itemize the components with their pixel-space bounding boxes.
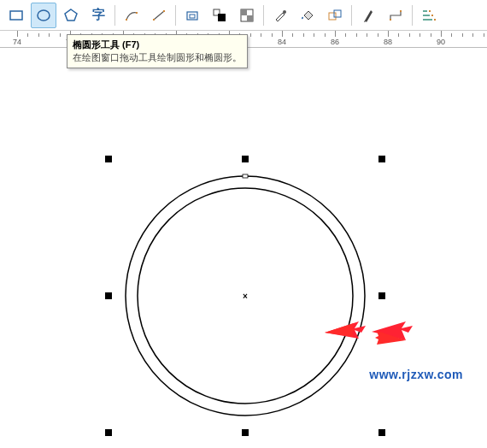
tooltip-description: 在绘图窗口拖动工具绘制圆形和椭圆形。 xyxy=(73,51,242,64)
svg-rect-22 xyxy=(429,10,431,12)
svg-rect-7 xyxy=(187,12,197,20)
svg-rect-6 xyxy=(163,10,165,12)
ruler-label: 90 xyxy=(437,38,445,46)
svg-rect-4 xyxy=(136,12,138,14)
top-node[interactable] xyxy=(243,174,248,178)
center-marker: × xyxy=(243,292,248,301)
svg-rect-24 xyxy=(434,19,436,21)
svg-rect-12 xyxy=(241,9,247,15)
text-tool[interactable]: 字 xyxy=(85,3,111,28)
eyedropper-tool[interactable] xyxy=(267,3,293,28)
bezier-tool[interactable] xyxy=(146,3,172,28)
svg-rect-21 xyxy=(423,19,432,21)
rectangle-tool[interactable] xyxy=(3,3,29,28)
selection-handle[interactable] xyxy=(242,156,249,162)
fill-tool[interactable] xyxy=(295,3,320,28)
svg-rect-16 xyxy=(334,10,341,17)
ruler-label: 84 xyxy=(278,38,286,46)
svg-rect-23 xyxy=(431,15,433,16)
toolbar-separator xyxy=(114,5,115,26)
outline-pen-tool[interactable] xyxy=(355,3,381,28)
toolbar-separator xyxy=(412,5,413,26)
ellipse-tool[interactable] xyxy=(31,3,56,28)
selection-handle[interactable] xyxy=(378,429,385,436)
selection-handle[interactable] xyxy=(105,429,112,436)
freehand-tool[interactable] xyxy=(119,3,144,28)
svg-rect-13 xyxy=(247,15,253,21)
selection-handle[interactable] xyxy=(378,156,385,162)
svg-rect-19 xyxy=(423,10,427,12)
ruler-label: 74 xyxy=(13,38,21,46)
toolbar-separator xyxy=(351,5,352,26)
polygon-tool[interactable] xyxy=(58,3,84,28)
svg-point-14 xyxy=(283,10,286,14)
shadow-tool[interactable] xyxy=(207,3,232,28)
drawing-canvas[interactable]: × www.rjzxw.com xyxy=(0,48,487,448)
connector-tool[interactable] xyxy=(383,3,408,28)
svg-rect-8 xyxy=(190,15,195,18)
svg-rect-0 xyxy=(10,11,22,20)
svg-rect-20 xyxy=(423,15,430,16)
svg-rect-10 xyxy=(218,14,226,21)
selection-handle[interactable] xyxy=(242,429,249,436)
ruler-label: 88 xyxy=(384,38,392,46)
options-tool[interactable] xyxy=(416,3,442,28)
watermark: www.rjzxw.com xyxy=(369,368,463,381)
toolbar-separator xyxy=(175,5,176,26)
svg-rect-18 xyxy=(400,10,402,12)
toolbar-separator xyxy=(263,5,264,26)
tooltip-title: 椭圆形工具 (F7) xyxy=(73,38,242,51)
selection-handle[interactable] xyxy=(378,292,385,299)
blend-tool[interactable] xyxy=(322,3,348,28)
ruler-label: 86 xyxy=(331,38,339,46)
tooltip: 椭圆形工具 (F7) 在绘图窗口拖动工具绘制圆形和椭圆形。 xyxy=(67,34,248,68)
svg-marker-2 xyxy=(65,9,77,21)
toolbar: 字 xyxy=(0,0,487,31)
arrow-left xyxy=(325,321,366,339)
selection-handle[interactable] xyxy=(105,156,112,162)
svg-rect-5 xyxy=(153,19,155,21)
svg-rect-15 xyxy=(329,13,336,20)
crop-tool[interactable] xyxy=(179,3,205,28)
arrow-right xyxy=(372,321,413,340)
svg-point-1 xyxy=(38,10,50,21)
svg-rect-3 xyxy=(126,19,127,21)
transparency-tool[interactable] xyxy=(234,3,260,28)
selection-handle[interactable] xyxy=(105,292,112,299)
svg-rect-17 xyxy=(390,19,391,21)
